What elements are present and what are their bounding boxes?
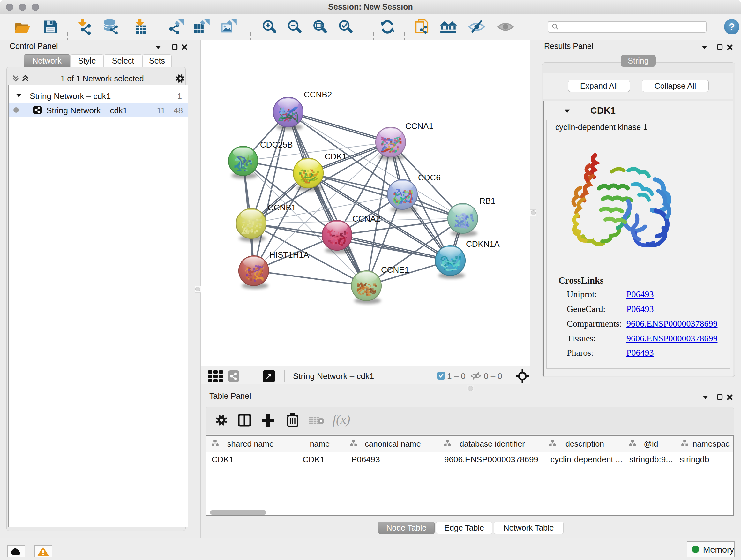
svg-text:CDC6: CDC6 [418, 173, 441, 182]
svg-text:RB1: RB1 [479, 196, 495, 206]
svg-text:CDKN1A: CDKN1A [466, 239, 500, 249]
svg-text:CCNB1: CCNB1 [268, 203, 296, 212]
svg-text:CDK1: CDK1 [325, 152, 347, 161]
svg-text:CDC25B: CDC25B [260, 140, 293, 149]
svg-text:CCNE1: CCNE1 [381, 265, 409, 274]
svg-text:CCNA2: CCNA2 [352, 214, 381, 224]
svg-text:HIST1H1A: HIST1H1A [269, 250, 309, 260]
svg-text:CCNA1: CCNA1 [405, 121, 433, 131]
svg-text:CCNB2: CCNB2 [304, 90, 332, 99]
